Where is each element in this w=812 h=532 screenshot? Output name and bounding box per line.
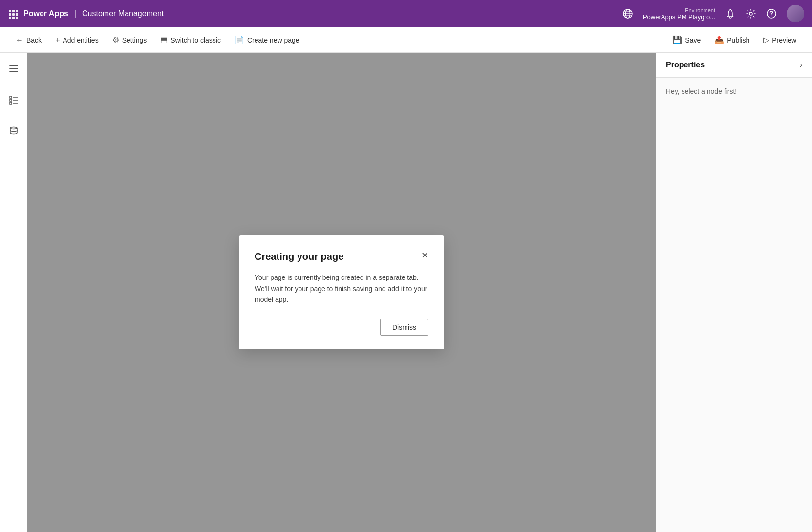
left-sidebar [0,53,27,532]
svg-rect-6 [16,10,18,12]
back-arrow-icon: ← [16,36,23,44]
page-name: Customer Management [82,9,164,18]
svg-point-16 [771,16,772,17]
top-nav-bar: Power Apps | Customer Management Environ… [0,0,812,27]
classic-icon: ⬒ [160,35,168,44]
svg-rect-7 [16,13,18,16]
svg-point-26 [10,127,17,129]
toolbar: ← Back + Add entities ⚙ Settings ⬒ Switc… [0,27,812,53]
sidebar-menu-icon[interactable] [5,61,22,80]
help-icon [766,8,777,19]
canvas-area: Creating your page ✕ Your page is curren… [27,53,656,532]
right-panel: Properties › Hey, select a node first! [656,53,812,532]
globe-icon [622,8,633,19]
grid-menu-button[interactable] [8,9,18,19]
dialog-body: Your page is currently being created in … [255,272,428,305]
env-label: Environment [685,7,715,13]
svg-rect-24 [10,102,12,104]
dialog-overlay: Creating your page ✕ Your page is curren… [27,53,656,532]
preview-button[interactable]: ▷ Preview [757,32,802,47]
add-entities-button[interactable]: + Add entities [49,33,105,47]
creating-page-dialog: Creating your page ✕ Your page is curren… [239,235,444,349]
dialog-title: Creating your page [255,251,343,262]
properties-body: Hey, select a node first! [656,78,812,105]
settings-button[interactable] [746,8,756,19]
svg-rect-0 [9,10,11,12]
svg-rect-8 [16,17,18,19]
nav-separator: | [74,9,76,18]
svg-rect-22 [10,99,12,101]
preview-icon: ▷ [763,35,769,44]
svg-rect-20 [10,96,12,98]
sidebar-database-icon[interactable] [5,122,22,141]
dialog-footer: Dismiss [255,319,428,336]
dialog-close-button[interactable]: ✕ [421,251,428,260]
svg-rect-4 [9,17,11,19]
properties-title: Properties [666,61,705,69]
gear-icon [746,8,756,19]
dialog-header: Creating your page ✕ [255,251,428,262]
dismiss-button[interactable]: Dismiss [380,319,428,336]
svg-rect-1 [12,10,15,12]
publish-button[interactable]: 📤 Publish [708,32,755,47]
publish-icon: 📤 [714,35,724,44]
save-icon: 💾 [672,35,682,44]
svg-rect-3 [12,13,15,16]
globe-button[interactable] [622,8,633,19]
nav-right-area: Environment PowerApps PM Playgro... [622,5,804,22]
notifications-button[interactable] [725,8,736,19]
svg-rect-2 [9,13,11,16]
plus-icon: + [55,36,60,44]
switch-to-classic-button[interactable]: ⬒ Switch to classic [154,32,227,47]
page-icon: 📄 [235,35,244,44]
back-button[interactable]: ← Back [10,33,47,47]
grid-icon [8,9,18,19]
create-new-page-button[interactable]: 📄 Create new page [229,32,305,47]
sidebar-list-icon[interactable] [5,91,22,110]
svg-rect-5 [12,17,15,19]
settings-toolbar-button[interactable]: ⚙ Settings [107,32,153,47]
bell-icon [725,8,736,19]
env-name: PowerApps PM Playgro... [643,13,715,21]
save-button[interactable]: 💾 Save [666,32,706,47]
svg-point-14 [749,12,752,15]
app-name: Power Apps [23,9,68,18]
main-area: Creating your page ✕ Your page is curren… [0,53,812,532]
avatar[interactable] [787,5,804,22]
avatar-image [787,5,804,22]
environment-block: Environment PowerApps PM Playgro... [643,7,715,21]
help-button[interactable] [766,8,777,19]
panel-expand-button[interactable]: › [800,61,802,69]
properties-hint: Hey, select a node first! [666,87,737,95]
settings-toolbar-icon: ⚙ [112,35,119,44]
properties-panel-header: Properties › [656,53,812,78]
